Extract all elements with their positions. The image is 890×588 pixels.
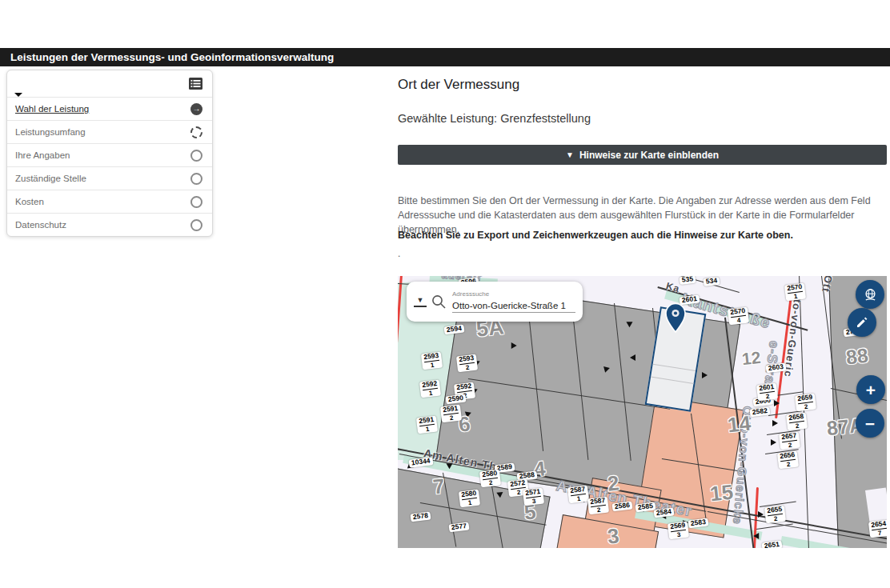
parcel-label: 25701 xyxy=(784,283,806,302)
boundary-arrow-icon xyxy=(758,511,764,518)
step-nav-header xyxy=(7,70,212,97)
app-title-bar: Leistungen der Vermessungs- und Geoinfor… xyxy=(0,48,890,66)
house-number: 14 xyxy=(727,413,752,436)
parcel-label: 25871 xyxy=(567,486,589,504)
page-title: Ort der Vermessung xyxy=(398,77,519,93)
plus-icon: + xyxy=(866,382,876,398)
arrow-circle-icon: → xyxy=(190,103,202,115)
parcel-label: 26012 xyxy=(756,383,778,402)
house-number: 88 xyxy=(845,346,869,368)
sidebar-item-leistungsumfang[interactable]: Leistungsumfang xyxy=(7,120,212,143)
app-title: Leistungen der Vermessungs- und Geoinfor… xyxy=(10,51,334,63)
parcel-label: 26572 xyxy=(779,432,800,450)
pencil-icon xyxy=(855,315,869,330)
house-number: 12 xyxy=(741,349,761,367)
parcel-label: 25931 xyxy=(421,352,443,370)
location-pin-icon xyxy=(664,302,687,334)
map-hints-toggle-label: Hinweise zur Karte einblenden xyxy=(579,150,719,161)
parcel-label: 26547 xyxy=(868,520,887,538)
boundary-arrow-icon xyxy=(771,439,776,446)
stray-dot: . xyxy=(398,248,400,259)
parcel-label: 535 xyxy=(679,276,696,285)
map-canvas[interactable]: KantstraßeKaAm Alten ThAm Alten TheaterO… xyxy=(398,276,887,548)
boundary-line xyxy=(756,524,793,530)
boundary-arrow-icon xyxy=(774,400,780,406)
page: Leistungen der Vermessungs- und Geoinfor… xyxy=(0,0,890,588)
house-number: 15 xyxy=(709,482,734,505)
parcel-label: 25704 xyxy=(728,307,749,326)
parcel-label: 26582 xyxy=(786,413,808,431)
parcel-label: 25921 xyxy=(419,380,441,398)
sidebar-item-datenschutz[interactable]: Datenschutz xyxy=(7,213,212,236)
circle-icon xyxy=(190,219,202,231)
basemap-button[interactable] xyxy=(856,280,884,309)
list-icon[interactable] xyxy=(189,78,202,90)
parcel-label: 2582 xyxy=(749,407,770,418)
chevron-down-icon: ▼ xyxy=(566,150,574,159)
parcel-inner-line xyxy=(653,363,696,370)
selected-service-text: Gewählte Leistung: Grenzfeststellung xyxy=(398,112,591,125)
zoom-out-button[interactable]: − xyxy=(856,409,884,438)
search-dropdown-caret[interactable]: ▼ xyxy=(414,296,427,307)
street-name: Ka xyxy=(665,281,681,294)
parcel-label: 25713 xyxy=(523,488,544,506)
parcel-label: 25801 xyxy=(459,490,480,508)
step-label: Wahl der Leistung xyxy=(15,104,89,114)
parcel-label: 25911 xyxy=(416,416,438,434)
parcel-label: 534 xyxy=(703,277,720,286)
search-icon xyxy=(431,294,447,310)
address-search-input[interactable] xyxy=(452,301,575,313)
sidebar-item-ihre-angaben[interactable]: Ihre Angaben xyxy=(7,143,212,166)
parcel-label: 25932 xyxy=(456,354,478,373)
circle-icon xyxy=(190,196,202,208)
parcel-label: 26552 xyxy=(764,506,786,524)
step-label: Zuständige Stelle xyxy=(15,174,86,183)
house-number: 3 xyxy=(607,525,620,546)
house-number: 2 xyxy=(607,472,620,494)
boundary-arrow-icon xyxy=(630,354,635,361)
boundary-arrow-icon xyxy=(702,372,708,378)
street-name: Ott xyxy=(820,276,834,294)
step-label: Datenschutz xyxy=(15,220,66,230)
step-label: Kosten xyxy=(15,197,44,206)
parcel-label: 25912 xyxy=(440,405,462,423)
parcel-label: 2651 xyxy=(761,541,782,548)
zoom-in-button[interactable]: + xyxy=(856,375,885,404)
parcel-label: 25693 xyxy=(668,522,689,540)
note-bold: Beachten Sie zu Export und Zeichenwerkze… xyxy=(398,230,889,241)
globe-book-icon xyxy=(862,286,879,303)
sidebar-item-wahl-der-leistung[interactable]: Wahl der Leistung → xyxy=(7,97,212,120)
circle-icon xyxy=(190,173,202,185)
address-search-box: ▼ Adresssuche xyxy=(407,282,583,322)
sidebar-item-zustaendige-stelle[interactable]: Zuständige Stelle xyxy=(7,166,212,190)
parcel-label: 25802 xyxy=(479,470,501,488)
draw-button[interactable] xyxy=(848,308,876,337)
dashed-circle-icon xyxy=(190,126,202,138)
parcel-label: 26562 xyxy=(777,451,799,470)
circle-icon xyxy=(190,150,202,162)
sidebar-item-kosten[interactable]: Kosten xyxy=(7,190,212,213)
parcel-label: 25872 xyxy=(587,497,609,515)
search-field: Adresssuche xyxy=(452,290,575,313)
house-number: 7 xyxy=(432,475,446,497)
active-step-pointer-icon xyxy=(14,93,22,97)
minus-icon: − xyxy=(865,415,875,432)
parcel-label: 26592 xyxy=(795,394,816,412)
map-hints-toggle-button[interactable]: ▼ Hinweise zur Karte einblenden xyxy=(398,145,887,165)
step-label: Leistungsumfang xyxy=(15,127,86,137)
step-navigation: Wahl der Leistung → Leistungsumfang Ihre… xyxy=(6,70,213,237)
step-label: Ihre Angaben xyxy=(15,150,70,160)
parcel-inner-line xyxy=(651,377,693,384)
search-field-label: Adresssuche xyxy=(452,290,575,298)
boundary-arrow-icon xyxy=(772,420,778,426)
